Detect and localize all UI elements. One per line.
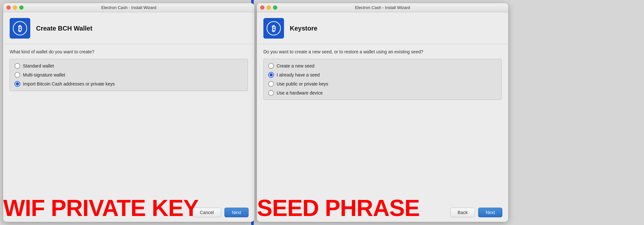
right-option-hardware-label: Use a hardware device — [277, 90, 323, 95]
right-wizard-body: Do you want to create a new seed, or to … — [257, 44, 508, 204]
right-wizard-header: ₿ Keystore — [257, 12, 508, 44]
left-option-import[interactable]: Import Bitcoin Cash addresses or private… — [14, 81, 243, 87]
left-window-title: Electron Cash - Install Wizard — [101, 5, 156, 10]
right-option-have-seed-label: I already have a seed — [277, 72, 320, 77]
right-title-bar: Electron Cash - Install Wizard — [257, 3, 508, 12]
right-window-title: Electron Cash - Install Wizard — [355, 5, 410, 10]
right-radio-have-seed[interactable] — [268, 72, 274, 78]
right-wizard-title: Keystore — [290, 25, 317, 32]
right-panel-area: Electron Cash - Install Wizard ₿ Keystor… — [254, 0, 644, 225]
right-radio-new-seed[interactable] — [268, 63, 274, 69]
left-close-button[interactable] — [6, 5, 11, 10]
right-close-button[interactable] — [260, 5, 264, 10]
left-radio-standard[interactable] — [14, 63, 20, 69]
left-panel-area: Electron Cash - Install Wizard ₿ Create … — [0, 0, 251, 225]
right-maximize-button[interactable] — [273, 5, 277, 10]
left-big-label: WIF PRIVATE KEY — [3, 195, 198, 221]
right-option-new-seed[interactable]: Create a new seed — [268, 63, 497, 69]
left-wizard-body: What kind of wallet do you want to creat… — [3, 44, 254, 204]
right-traffic-lights — [260, 5, 277, 10]
left-option-standard[interactable]: Standard wallet — [14, 63, 243, 69]
left-wizard-window: Electron Cash - Install Wizard ₿ Create … — [3, 3, 254, 222]
right-option-pub-priv-label: Use public or private keys — [277, 81, 328, 86]
left-wizard-title: Create BCH Wallet — [36, 25, 92, 32]
left-radio-import[interactable] — [14, 81, 20, 87]
left-title-bar: Electron Cash - Install Wizard — [3, 3, 254, 12]
right-option-pub-priv[interactable]: Use public or private keys — [268, 81, 497, 87]
left-maximize-button[interactable] — [19, 5, 24, 10]
right-wizard-window: Electron Cash - Install Wizard ₿ Keystor… — [257, 3, 508, 222]
right-options-box: Create a new seed I already have a seed … — [263, 59, 502, 100]
right-minimize-button[interactable] — [267, 5, 271, 10]
left-option-multisig-label: Multi-signature wallet — [23, 72, 65, 77]
right-option-have-seed[interactable]: I already have a seed — [268, 72, 497, 78]
left-option-standard-label: Standard wallet — [23, 63, 54, 68]
right-wizard-question: Do you want to create a new seed, or to … — [263, 49, 502, 54]
right-big-label: SEED PHRASE — [257, 195, 420, 221]
left-minimize-button[interactable] — [13, 5, 17, 10]
right-next-button[interactable]: Next — [478, 208, 502, 217]
left-bitcoin-icon: ₿ — [10, 18, 30, 39]
left-wizard-header: ₿ Create BCH Wallet — [3, 12, 254, 44]
right-back-button[interactable]: Back — [450, 208, 475, 217]
left-wizard-question: What kind of wallet do you want to creat… — [10, 49, 248, 54]
right-option-hardware[interactable]: Use a hardware device — [268, 90, 497, 96]
left-panel-content: ₿ Create BCH Wallet What kind of wallet … — [3, 12, 254, 222]
right-radio-pub-priv[interactable] — [268, 81, 274, 87]
left-options-box: Standard wallet Multi-signature wallet I… — [10, 59, 248, 91]
left-traffic-lights — [6, 5, 24, 10]
left-next-button[interactable]: Next — [224, 208, 249, 217]
left-option-import-label: Import Bitcoin Cash addresses or private… — [23, 81, 115, 86]
left-radio-multisig[interactable] — [14, 72, 20, 78]
right-panel-content: ₿ Keystore Do you want to create a new s… — [257, 12, 508, 222]
svg-text:₿: ₿ — [18, 24, 22, 33]
right-bitcoin-icon: ₿ — [263, 18, 284, 39]
right-radio-hardware[interactable] — [268, 90, 274, 96]
svg-text:₿: ₿ — [272, 24, 276, 33]
right-option-new-seed-label: Create a new seed — [277, 63, 315, 68]
left-option-multisig[interactable]: Multi-signature wallet — [14, 72, 243, 78]
